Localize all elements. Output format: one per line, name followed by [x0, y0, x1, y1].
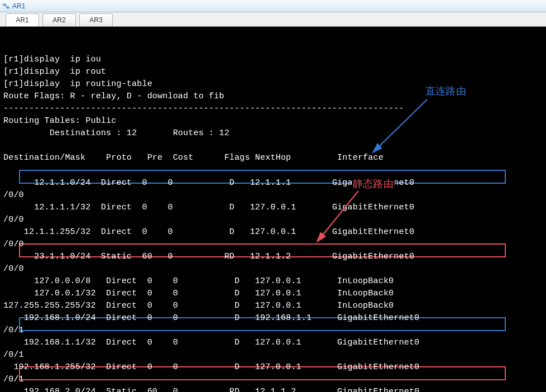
tab-label: AR3 — [89, 16, 102, 24]
tab-ar3[interactable]: AR3 — [79, 13, 113, 26]
annotation-direct-label: 直连路由 — [424, 84, 467, 98]
terminal[interactable]: [r1]display ip iou [r1]display ip rout [… — [0, 27, 546, 392]
tab-label: AR1 — [16, 16, 28, 24]
annotation-static-label: 静态路由 — [352, 176, 395, 191]
tab-ar1[interactable]: AR1 — [6, 13, 39, 26]
tab-bar: AR1 AR2 AR3 — [0, 12, 546, 27]
tab-ar2[interactable]: AR2 — [42, 13, 76, 26]
tab-label: AR2 — [52, 16, 65, 24]
svg-rect-0 — [3, 4, 6, 6]
window-title: AR1 — [12, 2, 25, 10]
terminal-output: [r1]display ip iou [r1]display ip rout [… — [3, 54, 543, 392]
app-icon — [2, 3, 10, 9]
svg-rect-1 — [7, 7, 9, 8]
title-bar: AR1 — [0, 0, 546, 12]
